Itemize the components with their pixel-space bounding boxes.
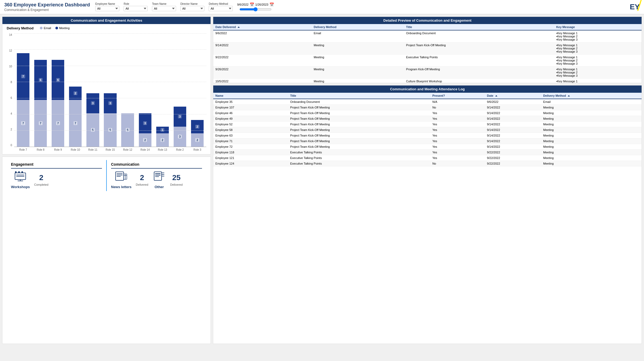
employee-name-label: Employee Name <box>95 2 119 5</box>
newsletters-sublabel: Delivered <box>136 183 148 186</box>
calendar-from-icon[interactable]: 📅 <box>250 2 254 7</box>
bar-stack-3: 27 <box>69 87 82 147</box>
svg-point-3 <box>15 171 17 173</box>
th-present[interactable]: Present? <box>430 93 485 99</box>
att-cell-title: Project Team Kick-Off Meeting <box>288 116 430 121</box>
attendance-scroll[interactable]: Name Title Present? Date Delivery Method… <box>213 93 642 168</box>
director-name-select[interactable]: All <box>180 6 204 11</box>
th-delivery-method-att[interactable]: Delivery Method <box>541 93 642 99</box>
svg-rect-11 <box>117 176 121 177</box>
meeting-segment: 6 <box>52 60 64 100</box>
detail-method: Meeting <box>311 66 404 78</box>
attendance-row: Employee 49Project Team Kick-Off Meeting… <box>213 116 642 121</box>
key-message: •Key Message 3 <box>556 62 639 65</box>
meeting-segment: 3 <box>104 93 116 113</box>
svg-point-5 <box>21 171 23 173</box>
att-cell-present: N/A <box>430 99 485 105</box>
att-cell-title: Onboarding Document <box>288 99 430 105</box>
key-message: •Key Message 1 <box>556 80 639 83</box>
legend-title: Delivery Method <box>7 26 33 30</box>
att-cell-name: Employee 46 <box>213 110 288 116</box>
bars-area: 776767273535532123322 Role 7Role 8Role 9… <box>14 33 206 153</box>
bar-group-role-13: 12 <box>155 127 170 147</box>
att-cell-date: 9/14/2022 <box>485 127 541 133</box>
role-select[interactable]: All <box>124 6 148 11</box>
att-cell-name: Employee 121 <box>213 155 288 161</box>
att-cell-date: 9/22/2022 <box>485 149 541 155</box>
svg-point-4 <box>18 171 20 173</box>
bar-stack-9: 33 <box>174 107 186 147</box>
th-delivery-method[interactable]: Delivery Method <box>311 24 404 30</box>
email-segment: 7 <box>17 100 29 147</box>
right-panel: Detailed Preview of Communication and En… <box>213 17 642 344</box>
chart-legend: Delivery Method Email Meeting <box>2 24 211 31</box>
att-cell-method: Meeting <box>541 104 642 110</box>
th-title[interactable]: Title <box>404 24 554 30</box>
key-message: •Key Message 1 <box>556 68 639 71</box>
detail-table-body: 9/6/2022EmailOnboarding Document•Key Mes… <box>213 30 642 83</box>
att-cell-title: Project Team Kick-Off Meeting <box>288 138 430 144</box>
att-cell-method: Meeting <box>541 127 642 133</box>
att-cell-name: Employee 72 <box>213 144 288 149</box>
email-segment: 7 <box>34 100 47 147</box>
th-key-message[interactable]: Key Message <box>554 24 642 30</box>
th-name[interactable]: Name <box>213 93 288 99</box>
key-message: •Key Message 1 <box>556 56 639 59</box>
delivery-method-select[interactable]: All <box>209 6 233 11</box>
attendance-table-body: Employee 35Onboarding DocumentN/A9/6/202… <box>213 99 642 168</box>
att-cell-name: Employee 71 <box>213 138 288 144</box>
calendar-to-icon[interactable]: 📅 <box>269 2 274 7</box>
detail-title: Culture Blueprint Workshop <box>404 78 554 83</box>
meeting-dot <box>55 27 58 29</box>
att-cell-title: Project Team Kick-Off Meeting <box>288 133 430 138</box>
team-name-label: Team Name <box>152 2 176 5</box>
meeting-segment: 2 <box>191 120 204 133</box>
email-label: 2 <box>143 138 147 142</box>
meeting-segment: 3 <box>139 113 151 133</box>
communication-half: Communication <box>107 160 206 191</box>
email-label: 7 <box>56 121 60 125</box>
detail-method: Meeting <box>311 42 404 54</box>
att-cell-present: No <box>430 161 485 166</box>
att-cell-method: Meeting <box>541 144 642 149</box>
att-cell-date: 9/6/2022 <box>485 99 541 105</box>
attendance-row: Employee 118Executive Talking PointsYes9… <box>213 149 642 155</box>
att-cell-date: 9/14/2022 <box>485 110 541 116</box>
email-segment: 2 <box>191 133 204 147</box>
legend-email-label: Email <box>44 26 51 30</box>
bar-group-role-3: 22 <box>189 120 205 147</box>
svg-rect-18 <box>155 176 159 177</box>
att-cell-name: Employee 130 <box>213 166 288 168</box>
bar-stack-1: 67 <box>34 60 47 147</box>
att-cell-present: Yes <box>430 133 485 138</box>
team-name-select[interactable]: All <box>152 6 176 11</box>
detail-row: 9/6/2022EmailOnboarding Document•Key Mes… <box>213 30 642 42</box>
detail-row: 10/5/2022MeetingCulture Blueprint Worksh… <box>213 78 642 83</box>
employee-name-select[interactable]: All <box>95 6 119 11</box>
meeting-label: 3 <box>178 115 182 118</box>
workshops-sublabel: Completed <box>34 183 48 186</box>
att-cell-date: 9/22/2022 <box>485 161 541 166</box>
att-cell-date: 9/14/2022 <box>485 116 541 121</box>
meeting-label: 3 <box>91 101 95 105</box>
att-cell-date: 9/14/2022 <box>485 133 541 138</box>
date-range-slider[interactable] <box>239 7 272 11</box>
att-cell-name: Employee 58 <box>213 127 288 133</box>
th-date-delivered[interactable]: Date Delivered <box>213 24 311 30</box>
email-segment: 7 <box>69 100 82 147</box>
email-label: 7 <box>39 121 43 125</box>
th-date[interactable]: Date <box>485 93 541 99</box>
legend-email: Email <box>40 26 51 30</box>
role-label-2: Role 9 <box>50 147 66 151</box>
bar-group-role-8: 67 <box>33 60 48 147</box>
team-name-filter: Team Name All <box>152 2 176 11</box>
svg-rect-16 <box>155 173 161 174</box>
chart-title: Communication and Engagement Activities <box>2 17 211 24</box>
detail-date: 9/26/2022 <box>213 66 311 78</box>
th-att-title[interactable]: Title <box>288 93 430 99</box>
att-cell-date: 9/14/2022 <box>485 121 541 127</box>
att-cell-title: Project Team Kick-Off Meeting <box>288 110 430 116</box>
meeting-segment: 7 <box>17 53 29 100</box>
key-message: •Key Message 3 <box>556 50 639 53</box>
detail-table-scroll[interactable]: Date Delivered Delivery Method Title Key… <box>213 24 642 83</box>
